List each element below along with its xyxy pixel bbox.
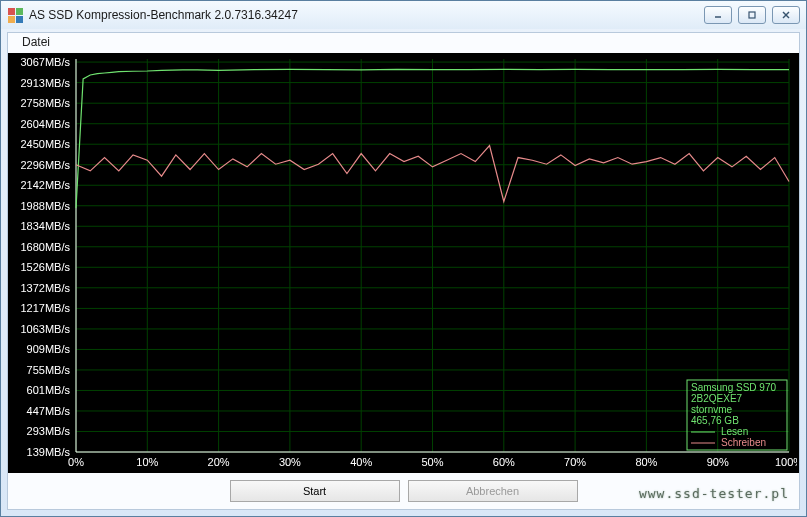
svg-text:50%: 50% xyxy=(421,456,443,468)
svg-text:2604MB/s: 2604MB/s xyxy=(20,118,70,130)
svg-rect-1 xyxy=(749,12,755,18)
start-button[interactable]: Start xyxy=(230,480,400,502)
svg-text:60%: 60% xyxy=(493,456,515,468)
app-icon xyxy=(7,7,23,23)
app-window: AS SSD Kompression-Benchmark 2.0.7316.34… xyxy=(0,0,807,517)
svg-text:0%: 0% xyxy=(68,456,84,468)
svg-text:90%: 90% xyxy=(707,456,729,468)
svg-text:30%: 30% xyxy=(279,456,301,468)
menu-datei[interactable]: Datei xyxy=(16,33,56,51)
svg-text:2B2QEXE7: 2B2QEXE7 xyxy=(691,393,743,404)
svg-text:10%: 10% xyxy=(136,456,158,468)
svg-text:Samsung SSD 970: Samsung SSD 970 xyxy=(691,382,776,393)
svg-text:3067MB/s: 3067MB/s xyxy=(20,56,70,68)
svg-text:70%: 70% xyxy=(564,456,586,468)
svg-text:2758MB/s: 2758MB/s xyxy=(20,97,70,109)
window-title: AS SSD Kompression-Benchmark 2.0.7316.34… xyxy=(29,8,704,22)
abort-button: Abbrechen xyxy=(408,480,578,502)
titlebar: AS SSD Kompression-Benchmark 2.0.7316.34… xyxy=(1,1,806,29)
svg-text:601MB/s: 601MB/s xyxy=(27,384,71,396)
svg-text:1063MB/s: 1063MB/s xyxy=(20,323,70,335)
svg-text:755MB/s: 755MB/s xyxy=(27,364,71,376)
svg-text:1834MB/s: 1834MB/s xyxy=(20,220,70,232)
content-panel: Datei 139MB/s293MB/s447MB/s601MB/s755MB/… xyxy=(7,32,800,510)
svg-text:Lesen: Lesen xyxy=(721,426,748,437)
svg-text:293MB/s: 293MB/s xyxy=(27,425,71,437)
svg-text:stornvme: stornvme xyxy=(691,404,733,415)
svg-text:2142MB/s: 2142MB/s xyxy=(20,179,70,191)
svg-text:1372MB/s: 1372MB/s xyxy=(20,282,70,294)
svg-text:2913MB/s: 2913MB/s xyxy=(20,77,70,89)
svg-text:909MB/s: 909MB/s xyxy=(27,343,71,355)
svg-text:465,76 GB: 465,76 GB xyxy=(691,415,739,426)
window-controls xyxy=(704,6,800,24)
compression-chart: 139MB/s293MB/s447MB/s601MB/s755MB/s909MB… xyxy=(8,53,797,470)
svg-text:80%: 80% xyxy=(635,456,657,468)
chart-area: 139MB/s293MB/s447MB/s601MB/s755MB/s909MB… xyxy=(8,53,799,473)
svg-text:1217MB/s: 1217MB/s xyxy=(20,302,70,314)
svg-text:447MB/s: 447MB/s xyxy=(27,405,71,417)
watermark: www.ssd-tester.pl xyxy=(639,486,789,501)
minimize-button[interactable] xyxy=(704,6,732,24)
svg-text:20%: 20% xyxy=(208,456,230,468)
svg-text:1526MB/s: 1526MB/s xyxy=(20,261,70,273)
svg-text:139MB/s: 139MB/s xyxy=(27,446,71,458)
svg-text:1988MB/s: 1988MB/s xyxy=(20,200,70,212)
svg-text:2450MB/s: 2450MB/s xyxy=(20,138,70,150)
svg-text:2296MB/s: 2296MB/s xyxy=(20,159,70,171)
svg-text:100%: 100% xyxy=(775,456,797,468)
maximize-button[interactable] xyxy=(738,6,766,24)
svg-text:40%: 40% xyxy=(350,456,372,468)
svg-text:1680MB/s: 1680MB/s xyxy=(20,241,70,253)
close-button[interactable] xyxy=(772,6,800,24)
svg-text:Schreiben: Schreiben xyxy=(721,437,766,448)
menubar: Datei xyxy=(8,33,799,53)
